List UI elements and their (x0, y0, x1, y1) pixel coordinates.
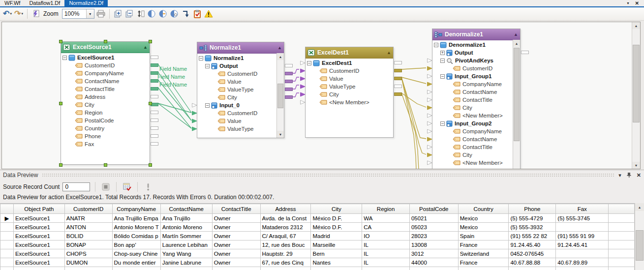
table-cell[interactable]: Owner (212, 240, 260, 249)
column-header-contacttitle[interactable]: ContactTitle (212, 204, 260, 214)
row-selector[interactable] (0, 240, 14, 249)
table-cell[interactable]: Madrid (311, 232, 362, 240)
table-cell[interactable] (509, 267, 556, 270)
output-port[interactable] (151, 126, 158, 130)
output-port[interactable] (151, 95, 158, 98)
selection-handle[interactable] (59, 102, 62, 105)
column-header-country[interactable]: Country (458, 204, 509, 214)
table-cell[interactable]: México D.F. (311, 223, 362, 232)
table-cell[interactable]: ExcelSource1 (13, 232, 64, 240)
automap-button[interactable] (31, 8, 41, 19)
table-cell[interactable] (458, 267, 509, 270)
collapse-box-icon[interactable]: – (307, 61, 311, 65)
source-record-count-input[interactable] (62, 182, 90, 191)
table-cell[interactable] (362, 267, 410, 270)
collapse-box-icon[interactable]: – (199, 56, 203, 60)
input-port[interactable] (427, 74, 432, 79)
table-cell[interactable] (556, 223, 609, 232)
table-cell[interactable]: Bon app' (112, 240, 160, 249)
zoom-dropdown-icon[interactable]: ▼ (86, 9, 94, 18)
tree-item-normalize1[interactable]: –Normalize1 (197, 54, 276, 62)
table-row[interactable]: ▶ExcelSource1ANATRAna Trujillo EmpaAna T… (0, 214, 635, 223)
input-port[interactable] (300, 100, 306, 105)
table-cell[interactable]: Hauptstr. 29 (260, 249, 311, 258)
tree-item-pivotandkeys[interactable]: –PivotAndKeys (432, 57, 513, 64)
table-cell[interactable]: France (458, 240, 509, 249)
selection-handle[interactable] (149, 40, 152, 43)
output-port[interactable] (394, 85, 402, 88)
column-header-postalcode[interactable]: PostalCode (409, 204, 458, 214)
table-cell[interactable]: 40.67.88.88 (509, 258, 556, 267)
tree-item-customerid[interactable]: CustomerID (197, 109, 276, 117)
node-header-excelsource1[interactable]: ExcelSource1▲ (61, 42, 150, 53)
table-cell[interactable]: 91.24.45.40 (509, 240, 556, 249)
selection-handle[interactable] (149, 163, 152, 167)
collapse-icon[interactable]: ▲ (143, 45, 148, 50)
tree-item-contacttitle[interactable]: ContactTitle (61, 85, 150, 93)
table-cell[interactable]: Owner (212, 232, 260, 240)
output-port[interactable] (151, 134, 158, 138)
selection-handle[interactable] (104, 163, 107, 167)
dataflow-canvas[interactable]: Field NameField NameField Name ExcelSour… (1, 22, 641, 169)
scroll-up-button[interactable]: ▲ (635, 203, 644, 211)
validate-button[interactable] (192, 8, 202, 19)
column-header-region[interactable]: Region (362, 204, 410, 214)
table-cell[interactable]: DUMON (64, 258, 112, 267)
table-cell[interactable]: CHOPS (64, 249, 112, 258)
undo-button[interactable]: ↶▾ (2, 8, 12, 19)
output-port[interactable] (285, 64, 293, 67)
tree-item-value[interactable]: Value (306, 75, 393, 83)
input-port[interactable] (427, 113, 432, 118)
table-cell[interactable]: Spain (458, 232, 509, 240)
scroll-thumb[interactable] (636, 230, 644, 261)
table-cell[interactable]: IL (362, 258, 410, 267)
input-port-connected[interactable] (300, 76, 306, 81)
input-port-connected[interactable] (192, 119, 197, 123)
tab-normalize2-df[interactable]: Normalize2.Df (64, 0, 108, 6)
table-cell[interactable]: Owner (212, 258, 260, 267)
input-port-connected[interactable] (427, 105, 432, 110)
column-header-phone[interactable]: Phone (509, 204, 556, 214)
table-cell[interactable] (13, 267, 64, 270)
collapse-icon[interactable]: ▲ (514, 32, 518, 37)
table-cell[interactable]: 28023 (409, 232, 458, 240)
table-cell[interactable]: Marseille (311, 240, 362, 249)
input-port-connected[interactable] (427, 137, 432, 142)
selection-handle[interactable] (104, 40, 107, 43)
table-cell[interactable]: IO (362, 232, 410, 240)
output-port[interactable] (521, 51, 529, 54)
tree-item-contacttitle[interactable]: ContactTitle (432, 96, 513, 104)
panel-dropdown-icon[interactable]: ▾ (618, 173, 621, 178)
input-port-connected[interactable] (300, 92, 306, 97)
row-selector[interactable] (0, 249, 14, 258)
zoom-combo[interactable]: 100% ▼ (62, 9, 94, 19)
table-cell[interactable]: Bern (311, 249, 362, 258)
view-links-button-3[interactable] (170, 8, 180, 19)
table-cell[interactable]: 12, rue des Bouc (260, 240, 311, 249)
redo-dropdown-icon[interactable]: ▾ (21, 12, 23, 16)
node-scrollbar[interactable]: ▲ (513, 40, 520, 169)
table-cell[interactable]: Laurence Lebihan (160, 240, 212, 249)
input-port[interactable] (427, 90, 432, 94)
tree-item--new-member-[interactable]: <New Member> (432, 112, 513, 120)
node-header-exceldest1[interactable]: ExcelDest1▲ (306, 47, 393, 59)
output-port[interactable] (151, 111, 158, 114)
tree-item-phone[interactable]: Phone (61, 132, 150, 140)
tree-item-city[interactable]: City (197, 93, 276, 101)
input-port[interactable] (427, 97, 432, 102)
table-row[interactable]: ExcelSource1CHOPSChop-suey ChineYang Wan… (0, 249, 635, 258)
table-cell[interactable]: Yang Wang (160, 249, 212, 258)
table-vertical-scrollbar[interactable]: ▲ (635, 203, 644, 270)
column-header-contactname[interactable]: ContactName (160, 204, 212, 214)
output-port[interactable] (394, 61, 402, 64)
table-cell[interactable]: ANTON (64, 223, 112, 232)
undo-dropdown-icon[interactable]: ▾ (10, 12, 12, 16)
scroll-up-button[interactable]: ▲ (513, 40, 520, 47)
table-cell[interactable]: IL (362, 249, 410, 258)
table-cell[interactable]: Mataderos 2312 (260, 223, 311, 232)
tree-item-denormalize1[interactable]: –Denormalize1 (432, 41, 513, 49)
table-cell[interactable]: 13008 (409, 240, 458, 249)
table-cell[interactable] (112, 267, 160, 270)
table-row[interactable]: ExcelSource1BOLIDBólido Comidas pMartín … (0, 232, 635, 240)
table-cell[interactable]: Avda. de la Const (260, 214, 311, 223)
